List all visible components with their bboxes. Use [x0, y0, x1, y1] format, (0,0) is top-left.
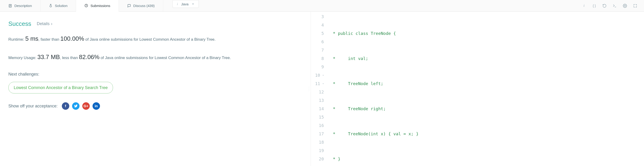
fold-icon[interactable]: ▾	[322, 80, 324, 88]
code-line: * public class TreeNode {	[330, 31, 396, 36]
runtime-suffix: of Java online submissions for Lowest Co…	[84, 37, 216, 42]
pane-resize-handle[interactable]: ⋮⋮	[307, 12, 310, 166]
runtime-value: 5 ms	[25, 35, 38, 42]
tab-label: Discuss (439)	[133, 4, 154, 8]
next-challenges-label: Next challenges:	[8, 71, 298, 78]
fullscreen-icon[interactable]	[630, 1, 640, 10]
code-editor[interactable]: 3 4 5 6 7 8 9 10▾ 11▾ 12 13 14 15 16 17 …	[310, 12, 644, 166]
tab-solution[interactable]: Solution	[40, 0, 76, 12]
line-number: 7	[321, 46, 324, 54]
line-number: 14	[319, 104, 324, 113]
line-number: 6	[321, 38, 324, 46]
share-label: Show off your acceptance:	[8, 103, 58, 110]
line-number: 18	[319, 138, 324, 146]
line-number: 8	[321, 54, 324, 63]
terminal-icon[interactable]	[610, 1, 619, 10]
details-text: Details	[37, 20, 50, 27]
tab-label: Submissions	[90, 4, 110, 8]
runtime-mid: , faster than	[38, 37, 60, 42]
twitter-icon[interactable]	[72, 102, 80, 110]
line-number: 19	[319, 146, 324, 155]
code-line: * TreeNode left;	[330, 81, 384, 86]
code-line: * TreeNode(int x) { val = x; }	[330, 131, 418, 136]
memory-suffix: of Java online submissions for Lowest Co…	[100, 56, 231, 60]
line-number: 9	[321, 63, 324, 71]
memory-text: Memory Usage: 33.7 MB, less than 82.06% …	[8, 52, 287, 62]
line-gutter: 3 4 5 6 7 8 9 10▾ 11▾ 12 13 14 15 16 17 …	[311, 12, 327, 166]
line-number: 3	[321, 12, 324, 21]
googleplus-icon[interactable]: G+	[82, 102, 90, 110]
line-number: 12	[319, 88, 324, 96]
reset-icon[interactable]	[600, 1, 609, 10]
memory-value: 33.7 MB	[38, 54, 60, 60]
facebook-icon[interactable]: f	[62, 102, 69, 110]
memory-prefix: Memory Usage:	[8, 56, 38, 60]
line-number: 10	[315, 71, 320, 80]
line-number: 17	[319, 130, 324, 138]
settings-icon[interactable]	[620, 1, 630, 10]
tab-description[interactable]: Description	[0, 0, 40, 12]
editor-toolbar: i { }	[579, 0, 644, 12]
challenge-link[interactable]: Lowest Common Ancestor of a Binary Searc…	[8, 82, 113, 94]
social-buttons: f G+ in	[62, 102, 100, 110]
result-panel: Success Details › Runtime: 5 ms, faster …	[0, 12, 307, 166]
line-number: 11	[315, 80, 320, 88]
line-number: 20	[319, 155, 324, 163]
code-line: * }	[330, 156, 340, 161]
code-line: * int val;	[330, 56, 368, 61]
tab-label: Solution	[55, 4, 68, 8]
braces-icon[interactable]: { }	[590, 1, 599, 10]
language-select[interactable]: i Java ▼	[172, 0, 199, 8]
language-label: Java	[181, 2, 188, 6]
details-link[interactable]: Details ›	[37, 20, 52, 27]
main: Success Details › Runtime: 5 ms, faster …	[0, 12, 644, 166]
fold-icon[interactable]: ▾	[322, 71, 324, 80]
submissions-icon	[84, 4, 88, 8]
code-line: * TreeNode right;	[330, 106, 386, 111]
hint-icon[interactable]: i	[579, 1, 589, 10]
solution-icon	[49, 4, 52, 8]
runtime-percent: 100.00%	[60, 35, 84, 42]
line-number: 5	[321, 29, 324, 38]
memory-percent: 82.06%	[79, 54, 100, 60]
svg-point-2	[624, 5, 626, 6]
top-bar: Description Solution Submissions Discuss…	[0, 0, 644, 12]
chevron-right-icon: ›	[51, 20, 52, 27]
runtime-text: Runtime: 5 ms, faster than 100.00% of Ja…	[8, 34, 287, 44]
line-number: 13	[319, 96, 324, 104]
linkedin-icon[interactable]: in	[92, 102, 100, 110]
line-number: 15	[319, 113, 324, 121]
tab-label: Description	[14, 4, 32, 8]
tab-discuss[interactable]: Discuss (439)	[119, 0, 163, 12]
code-area[interactable]: * public class TreeNode { * int val; * T…	[327, 12, 644, 166]
memory-mid: , less than	[60, 56, 79, 60]
description-icon	[8, 4, 12, 8]
info-icon: i	[177, 2, 178, 6]
discuss-icon	[127, 4, 131, 8]
tab-submissions[interactable]: Submissions	[76, 0, 119, 12]
runtime-prefix: Runtime:	[8, 37, 25, 42]
status-label: Success	[8, 19, 31, 29]
line-number: 16	[319, 121, 324, 130]
line-number: 4	[321, 21, 324, 29]
tabs: Description Solution Submissions Discuss…	[0, 0, 163, 12]
chevron-down-icon: ▼	[192, 2, 194, 5]
